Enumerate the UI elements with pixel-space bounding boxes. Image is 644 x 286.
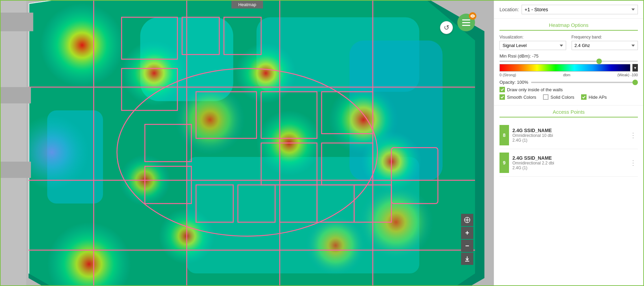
location-row: Location: +1 - Stores Ground Floor Secon… bbox=[494, 1, 643, 19]
solid-colors-group: Solid Colors bbox=[543, 94, 574, 100]
compass-icon bbox=[464, 217, 470, 223]
color-options-row: Smooth Colors Solid Colors Hide APs bbox=[499, 94, 638, 100]
map-controls: + − bbox=[461, 214, 473, 265]
hide-aps-check-icon bbox=[582, 95, 586, 99]
smooth-colors-group: Smooth Colors bbox=[499, 94, 536, 100]
rssi-slider-track[interactable] bbox=[499, 61, 638, 62]
gradient-arrow[interactable]: ▼ bbox=[632, 64, 638, 72]
eye-badge bbox=[469, 12, 476, 20]
ap-info-9: 2.4G SSID_NAME Omnidirectional 2.2 dbi 2… bbox=[512, 155, 625, 170]
eye-icon bbox=[470, 14, 475, 18]
svg-point-16 bbox=[175, 85, 245, 155]
ap-name-9: 2.4G SSID_NAME bbox=[512, 155, 625, 161]
svg-point-17 bbox=[236, 43, 296, 104]
heatmap-options-section: Heatmap Options Visualization: Signal Le… bbox=[494, 19, 643, 106]
viz-freq-row: Visualization: Signal Level Signal-to-No… bbox=[499, 35, 638, 50]
undo-button[interactable]: ↺ bbox=[440, 21, 453, 34]
ap-item-8: 8 2.4G SSID_NAME Omnidirectional 10 dbi … bbox=[499, 122, 638, 149]
ap-item-9: 9 2.4G SSID_NAME Omnidirectional 2.2 dbi… bbox=[499, 149, 638, 177]
gradient-right-label: (Weak) -100 bbox=[617, 73, 638, 77]
ap-info-8: 2.4G SSID_NAME Omnidirectional 10 dbi 2.… bbox=[512, 128, 625, 143]
ap-antenna-8: Omnidirectional 10 dbi bbox=[512, 133, 625, 138]
svg-rect-52 bbox=[1, 1, 26, 285]
heatmap-options-title: Heatmap Options bbox=[499, 22, 638, 31]
compass-button[interactable] bbox=[461, 214, 473, 226]
draw-inside-label: Draw only inside of the walls bbox=[507, 87, 563, 92]
map-area: Heatmap bbox=[1, 1, 494, 285]
ap-name-8: 2.4G SSID_NAME bbox=[512, 128, 625, 133]
menu-button-container bbox=[457, 14, 475, 31]
color-gradient-row: ▼ bbox=[499, 64, 638, 72]
svg-rect-53 bbox=[1, 13, 33, 31]
opacity-slider-row: Opacity: 100% bbox=[499, 80, 638, 85]
zoom-in-button[interactable]: + bbox=[461, 227, 473, 239]
menu-button-wrapper bbox=[457, 14, 475, 31]
heatmap-tab: Heatmap bbox=[232, 1, 263, 9]
min-rssi-row: Min Rssi (dBm): -75 bbox=[499, 53, 638, 59]
download-button[interactable] bbox=[461, 253, 473, 265]
location-label: Location: bbox=[499, 7, 519, 12]
min-rssi-label: Min Rssi (dBm): -75 bbox=[499, 53, 539, 59]
gradient-left-label: 0 (Strong) bbox=[499, 73, 516, 77]
visualization-group: Visualization: Signal Level Signal-to-No… bbox=[499, 35, 566, 50]
smooth-check-icon bbox=[501, 95, 504, 99]
access-points-title: Access Points bbox=[499, 109, 638, 117]
rssi-slider-row bbox=[499, 61, 638, 62]
solid-colors-label: Solid Colors bbox=[550, 95, 574, 100]
visualization-select[interactable]: Signal Level Signal-to-Noise Ratio Cover… bbox=[499, 41, 566, 50]
smooth-colors-checkbox[interactable] bbox=[499, 94, 505, 100]
app-container: Heatmap bbox=[0, 0, 644, 286]
frequency-select[interactable]: 2.4 Ghz 5 Ghz All bbox=[572, 41, 638, 50]
svg-rect-54 bbox=[1, 87, 31, 104]
frequency-label: Frequency band: bbox=[572, 35, 638, 39]
gradient-labels: 0 (Strong) dbm (Weak) -100 bbox=[499, 73, 638, 77]
hamburger-line-1 bbox=[462, 19, 470, 20]
hide-aps-group: Hide APs bbox=[581, 94, 607, 100]
hide-aps-checkbox[interactable] bbox=[581, 94, 587, 100]
opacity-slider-track[interactable] bbox=[531, 82, 638, 83]
ap-band-8: 2.4G (1) bbox=[512, 138, 625, 143]
svg-point-57 bbox=[467, 219, 468, 221]
ap-menu-9[interactable]: ⋮ bbox=[628, 157, 638, 168]
location-select[interactable]: +1 - Stores Ground Floor Second Floor bbox=[522, 5, 638, 14]
draw-inside-row: Draw only inside of the walls bbox=[499, 87, 638, 92]
svg-rect-55 bbox=[1, 162, 31, 178]
gradient-center-label: dbm bbox=[563, 73, 570, 77]
ap-antenna-9: Omnidirectional 2.2 dbi bbox=[512, 161, 625, 165]
ap-menu-8[interactable]: ⋮ bbox=[628, 130, 638, 141]
svg-point-14 bbox=[40, 3, 124, 87]
hamburger-line-3 bbox=[462, 25, 470, 26]
opacity-label: Opacity: 100% bbox=[499, 80, 528, 85]
ap-badge-9: 9 bbox=[499, 153, 509, 173]
smooth-colors-label: Smooth Colors bbox=[507, 95, 536, 100]
hide-aps-label: Hide APs bbox=[589, 95, 607, 100]
svg-point-15 bbox=[122, 41, 187, 106]
draw-inside-group: Draw only inside of the walls bbox=[499, 87, 563, 92]
frequency-group: Frequency band: 2.4 Ghz 5 Ghz All bbox=[572, 35, 638, 50]
visualization-label: Visualization: bbox=[499, 35, 566, 39]
download-icon bbox=[464, 256, 470, 262]
solid-colors-checkbox[interactable] bbox=[543, 94, 548, 100]
checkmark-icon bbox=[501, 88, 504, 91]
access-points-section: Access Points 8 2.4G SSID_NAME Omnidirec… bbox=[494, 106, 643, 285]
zoom-out-button[interactable]: − bbox=[461, 240, 473, 252]
right-panel: Location: +1 - Stores Ground Floor Secon… bbox=[494, 1, 643, 285]
draw-inside-checkbox[interactable] bbox=[499, 87, 505, 92]
color-gradient bbox=[499, 64, 630, 72]
heatmap-svg bbox=[1, 1, 494, 285]
hamburger-line-2 bbox=[462, 22, 470, 23]
ap-badge-8: 8 bbox=[499, 125, 509, 145]
ap-band-9: 2.4G (1) bbox=[512, 165, 625, 170]
